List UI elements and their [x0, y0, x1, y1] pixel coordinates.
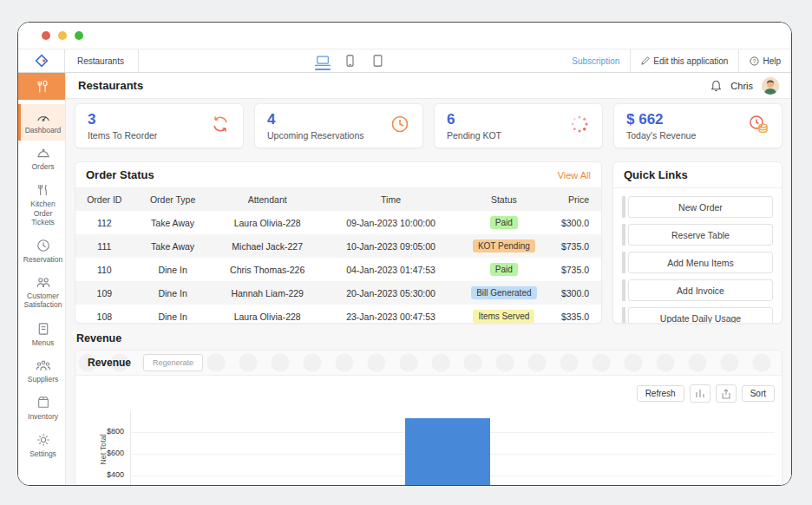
view-all-link[interactable]: View All	[558, 170, 591, 180]
edit-application-button[interactable]: Edit this application	[630, 49, 738, 72]
toolbar-right: Subscription Edit this application ? Hel…	[561, 49, 791, 72]
pencil-icon	[641, 56, 650, 65]
revenue-chart: Refresh Sort Net Total $800	[75, 376, 782, 485]
table-row[interactable]: 110 Dine In Chris Thomas-226 04-Jan-2023…	[75, 258, 601, 281]
sidebar-item-inventory[interactable]: Inventory	[18, 390, 65, 427]
stat-value: 6	[447, 111, 501, 128]
app-tab[interactable]: Restaurants	[65, 49, 139, 72]
sidebar-item-suppliers[interactable]: Suppliers	[18, 353, 65, 390]
refresh-icon	[210, 114, 231, 138]
phone-preview-icon[interactable]	[343, 51, 358, 70]
box-icon	[36, 396, 50, 410]
subscription-link[interactable]: Subscription	[561, 49, 630, 72]
group-icon	[36, 359, 51, 372]
stat-card-pending-kot: 6 Pending KOT	[434, 103, 603, 148]
dashboard-content: 3 Items To Reorder 4 Upcoming Reservatio…	[66, 99, 791, 485]
revenue-chart-title: Revenue	[88, 357, 131, 369]
window-close-button[interactable]	[42, 31, 50, 40]
col-status: Status	[459, 188, 548, 211]
spinner-icon	[569, 114, 590, 138]
menu-card-icon	[37, 322, 49, 336]
stat-value: $ 662	[626, 111, 696, 128]
people-icon	[36, 276, 51, 289]
bell-icon[interactable]	[710, 80, 722, 92]
cloche-icon	[36, 147, 51, 160]
sidebar-item-label: Dashboard	[25, 126, 62, 134]
quick-link-add-invoice[interactable]: Add Invoice	[622, 279, 773, 301]
sidebar-item-label: Suppliers	[28, 375, 58, 384]
help-button[interactable]: ? Help	[738, 49, 791, 72]
sidebar-item-settings[interactable]: Settings	[18, 427, 65, 464]
sidebar-item-reservation[interactable]: Reservation	[18, 233, 65, 270]
window-zoom-button[interactable]	[75, 31, 83, 40]
stat-cards-row: 3 Items To Reorder 4 Upcoming Reservatio…	[75, 103, 783, 148]
sidebar-item-label: Settings	[29, 449, 56, 458]
table-row[interactable]: 112 Take Away Laura Olivia-228 09-Jan-20…	[75, 211, 601, 234]
quick-links-card: Quick Links New Order Reserve Table	[612, 161, 783, 324]
help-circle-icon: ?	[750, 56, 759, 66]
status-badge: KOT Pending	[473, 239, 535, 252]
status-badge: Paid	[490, 216, 518, 229]
col-time: Time	[323, 188, 460, 211]
table-row[interactable]: 109 Dine In Hannah Liam-229 20-Jan-2023 …	[75, 281, 601, 305]
quick-link-reserve-table[interactable]: Reserve Table	[622, 224, 773, 246]
order-status-title: Order Status	[86, 168, 154, 181]
col-price: Price	[548, 188, 601, 211]
gauge-icon	[36, 110, 51, 123]
sidebar-item-label: Inventory	[28, 412, 58, 421]
sidebar-item-customer-satisfaction[interactable]: Customer Satisfaction	[18, 270, 65, 315]
avatar[interactable]	[762, 77, 779, 95]
status-badge: Bill Generated	[471, 286, 536, 299]
restaurant-app-logo-icon[interactable]	[18, 73, 65, 100]
sidebar-item-label: Orders	[32, 162, 55, 171]
sidebar-item-kitchen-order-tickets[interactable]: Kitchen Order Tickets	[18, 177, 65, 233]
table-row[interactable]: 108 Dine In Laura Olivia-228 23-Jan-2023…	[75, 305, 601, 324]
creator-logo-icon[interactable]	[18, 49, 65, 72]
device-preview-switcher	[139, 51, 561, 70]
regenerate-button[interactable]: Regenerate	[143, 354, 203, 371]
cutlery-icon	[36, 183, 49, 197]
chart-type-button[interactable]	[690, 384, 710, 403]
money-time-icon	[747, 114, 769, 138]
stat-card-items-to-reorder: 3 Items To Reorder	[75, 103, 244, 148]
sidebar-item-dashboard[interactable]: Dashboard	[18, 104, 65, 141]
refresh-button[interactable]: Refresh	[637, 385, 684, 402]
window-titlebar	[18, 23, 791, 49]
stat-label: Pending KOT	[447, 130, 501, 141]
sidebar-item-orders[interactable]: Orders	[18, 141, 65, 177]
order-status-table: Order ID Order Type Attendant Time Statu…	[75, 188, 601, 324]
export-button[interactable]	[716, 384, 737, 403]
quick-link-update-daily-usage[interactable]: Update Daily Usage	[622, 307, 773, 324]
middle-row: Order Status View All Order ID Order Typ…	[75, 161, 783, 324]
app-tab-label: Restaurants	[77, 56, 124, 66]
quick-link-add-menu-items[interactable]: Add Menu Items	[622, 252, 773, 273]
app-window: Restaurants Subscription	[17, 22, 792, 486]
sidebar-item-label: Customer Satisfaction	[23, 292, 63, 309]
stat-value: 4	[267, 111, 363, 128]
y-axis-line	[130, 411, 131, 485]
stat-value: 3	[88, 111, 157, 128]
window-minimize-button[interactable]	[58, 31, 67, 40]
table-header-row: Order ID Order Type Attendant Time Statu…	[75, 188, 601, 211]
y-tick-600: $600	[89, 449, 124, 457]
sort-button[interactable]: Sort	[742, 385, 775, 402]
stat-card-todays-revenue: $ 662 Today's Revenue	[613, 103, 783, 148]
export-icon	[721, 389, 731, 399]
revenue-toolbar: Revenue Regenerate	[75, 351, 782, 376]
app-header: Restaurants Chris	[66, 73, 791, 99]
sidebar-item-menus[interactable]: Menus	[18, 316, 65, 353]
stat-card-upcoming-reservations: 4 Upcoming Reservations	[254, 103, 423, 148]
col-attendant: Attendant	[213, 188, 323, 211]
quick-link-new-order[interactable]: New Order	[622, 196, 773, 218]
status-badge: Paid	[490, 263, 518, 276]
tablet-preview-icon[interactable]	[370, 51, 386, 70]
revenue-section-title: Revenue	[76, 332, 783, 344]
bar-chart-icon	[695, 389, 705, 398]
sidebar-item-label: Reservation	[23, 255, 62, 264]
revenue-bar[interactable]	[405, 418, 490, 485]
desktop-preview-icon[interactable]	[315, 52, 331, 70]
clock-icon	[390, 114, 410, 138]
stat-label: Items To Reorder	[88, 130, 157, 141]
sidebar: Dashboard Orders Kitchen Order Tickets R…	[18, 73, 66, 485]
table-row[interactable]: 111 Take Away Michael Jack-227 10-Jan-20…	[75, 234, 601, 258]
